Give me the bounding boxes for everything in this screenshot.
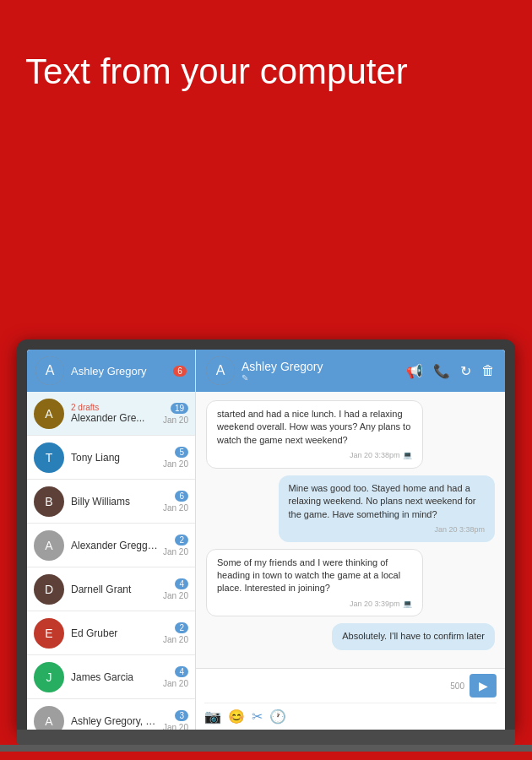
message-text-1: Mine was good too. Stayed home and had a… xyxy=(289,483,476,519)
contact-date-ed-gruber: Jan 20 xyxy=(163,635,188,644)
contacts-list[interactable]: A 2 drafts Alexander Gre... 19 Jan 20 T … xyxy=(27,392,195,730)
message-bubble-1: Mine was good too. Stayed home and had a… xyxy=(279,475,496,542)
message-text-0: started and had a nice lunch. I had a re… xyxy=(217,409,410,445)
contact-name-alexander-gre: Alexander Gre... xyxy=(71,412,160,424)
contact-info-billy-williams: Billy Williams xyxy=(71,496,160,508)
drafts-label: 2 drafts xyxy=(71,403,160,412)
contact-avatar-alexander-gruber: A xyxy=(34,530,64,561)
chat-header-avatar: A xyxy=(206,356,235,385)
contact-info-ashley-tony: Ashley Gregory, Tony Liang xyxy=(71,715,160,727)
contact-name-tony-liang: Tony Liang xyxy=(71,452,160,464)
chat-header-info: Ashley Gregory ✎ xyxy=(242,360,399,383)
contact-info-alexander-gruber: Alexander Gregg, Ed Gruber xyxy=(71,540,160,551)
contact-date-james-garcia: Jan 20 xyxy=(163,679,188,688)
contact-meta-james-garcia: 4 Jan 20 xyxy=(163,666,188,688)
message-text-3: Absolutely. I'll have to confirm later xyxy=(342,631,485,641)
megaphone-icon[interactable]: 📢 xyxy=(406,363,423,379)
contact-date-tony-liang: Jan 20 xyxy=(163,459,188,469)
chat-header-actions: 📢 📞 ↻ 🗑 xyxy=(406,363,495,379)
contact-info-darnell-grant: Darnell Grant xyxy=(71,584,160,595)
char-counter: 500 xyxy=(450,681,464,691)
contact-item-ed-gruber[interactable]: E Ed Gruber 2 Jan 20 xyxy=(27,611,195,655)
message-input[interactable] xyxy=(204,677,445,694)
contact-avatar-darnell-grant: D xyxy=(34,574,64,605)
chat-header: A Ashley Gregory ✎ 📢 📞 ↻ 🗑 xyxy=(196,350,505,392)
chat-area: A Ashley Gregory ✎ 📢 📞 ↻ 🗑 xyxy=(196,350,505,730)
contact-name-james-garcia: James Garcia xyxy=(71,671,160,683)
laptop-foot xyxy=(0,745,532,752)
contact-meta-darnell-grant: 4 Jan 20 xyxy=(163,578,188,600)
contact-name-ashley-tony: Ashley Gregory, Tony Liang xyxy=(71,715,160,727)
contact-info-ed-gruber: Ed Gruber xyxy=(71,627,160,639)
contact-date-ashley-tony: Jan 20 xyxy=(163,723,188,730)
message-bubble-3: Absolutely. I'll have to confirm later xyxy=(332,623,495,649)
contact-item-tony-liang[interactable]: T Tony Liang 5 Jan 20 xyxy=(27,436,195,480)
laptop-bezel: A Ashley Gregory 6 A 2 drafts Alexander … xyxy=(17,339,515,730)
contact-item-ashley-tony[interactable]: A Ashley Gregory, Tony Liang 3 Jan 20 xyxy=(27,699,195,730)
contact-meta-billy-williams: 6 Jan 20 xyxy=(163,491,188,513)
sidebar-header-name: Ashley Gregory xyxy=(71,365,166,377)
sidebar-header-avatar: A xyxy=(35,356,64,385)
contact-badge-tony-liang: 5 xyxy=(175,447,188,458)
contact-info-alexander-gre: 2 drafts Alexander Gre... xyxy=(71,403,160,424)
app-container: A Ashley Gregory 6 A 2 drafts Alexander … xyxy=(27,350,505,730)
contact-item-alexander-gruber[interactable]: A Alexander Gregg, Ed Gruber 2 Jan 20 xyxy=(27,524,195,567)
contact-item-billy-williams[interactable]: B Billy Williams 6 Jan 20 xyxy=(27,480,195,524)
contact-info-james-garcia: James Garcia xyxy=(71,671,160,683)
contact-date-darnell-grant: Jan 20 xyxy=(163,591,188,600)
sidebar-avatar-face: A xyxy=(35,356,64,385)
camera-icon[interactable]: 📷 xyxy=(204,708,221,725)
clock-icon[interactable]: 🕐 xyxy=(269,708,286,725)
sidebar: A Ashley Gregory 6 A 2 drafts Alexander … xyxy=(27,350,196,730)
contact-date-billy-williams: Jan 20 xyxy=(163,503,188,513)
message-bubble-2: Some of my friends and I were thinking o… xyxy=(206,549,423,617)
contact-item-james-garcia[interactable]: J James Garcia 4 Jan 20 xyxy=(27,655,195,699)
contact-date-alexander-gre: Jan 20 xyxy=(163,415,188,425)
contact-name-ed-gruber: Ed Gruber xyxy=(71,627,160,639)
contact-avatar-tony-liang: T xyxy=(34,442,64,473)
chat-header-sub: ✎ xyxy=(242,373,399,383)
send-button[interactable]: ▶ xyxy=(470,674,497,698)
contact-badge-ed-gruber: 2 xyxy=(175,622,188,633)
message-bubble-0: started and had a nice lunch. I had a re… xyxy=(206,400,423,469)
chat-input-area: 500 ▶ 📷 😊 ✂ 🕐 xyxy=(196,668,505,730)
laptop-screen: A Ashley Gregory 6 A 2 drafts Alexander … xyxy=(27,350,505,730)
chat-messages: started and had a nice lunch. I had a re… xyxy=(196,392,505,668)
chat-avatar-face: A xyxy=(206,356,235,385)
sidebar-header: A Ashley Gregory 6 xyxy=(27,350,195,392)
contact-badge-ashley-tony: 3 xyxy=(175,710,188,721)
emoji-icon[interactable]: 😊 xyxy=(228,708,245,725)
contact-avatar-billy-williams: B xyxy=(34,486,64,517)
contact-badge-darnell-grant: 4 xyxy=(175,578,188,589)
contact-meta-ashley-tony: 3 Jan 20 xyxy=(163,710,188,730)
contact-meta-tony-liang: 5 Jan 20 xyxy=(163,447,188,469)
contact-avatar-alexander-gre: A xyxy=(34,399,64,429)
contact-avatar-ashley-tony: A xyxy=(34,706,64,730)
contact-avatar-ed-gruber: E xyxy=(34,618,64,649)
sidebar-header-badge: 6 xyxy=(173,366,187,377)
contact-item-alexander-gre[interactable]: A 2 drafts Alexander Gre... 19 Jan 20 xyxy=(27,392,195,436)
message-text-2: Some of my friends and I were thinking o… xyxy=(217,557,400,594)
contact-meta-alexander-gre: 19 Jan 20 xyxy=(163,403,188,425)
contact-name-darnell-grant: Darnell Grant xyxy=(71,584,160,595)
chat-header-name: Ashley Gregory xyxy=(242,360,399,373)
contact-badge-billy-williams: 6 xyxy=(175,491,188,502)
contact-meta-alexander-gruber: 2 Jan 20 xyxy=(163,535,188,556)
contact-avatar-james-garcia: J xyxy=(34,662,64,692)
contact-name-alexander-gruber: Alexander Gregg, Ed Gruber xyxy=(71,540,160,551)
trash-icon[interactable]: 🗑 xyxy=(481,363,495,378)
phone-icon[interactable]: 📞 xyxy=(433,363,450,379)
contact-badge-alexander-gruber: 2 xyxy=(175,535,188,546)
hero-title: Text from your computer xyxy=(25,51,507,93)
refresh-icon[interactable]: ↻ xyxy=(460,363,471,379)
message-time-1: Jan 20 3:38pm xyxy=(289,524,486,535)
chat-input-row: 500 ▶ xyxy=(204,674,497,698)
laptop-base xyxy=(17,730,515,745)
message-time-0: Jan 20 3:38pm 💻 xyxy=(217,450,412,461)
chat-toolbar: 📷 😊 ✂ 🕐 xyxy=(204,703,497,725)
contact-item-darnell-grant[interactable]: D Darnell Grant 4 Jan 20 xyxy=(27,567,195,611)
contact-badge-alexander-gre: 19 xyxy=(171,403,188,414)
scissors-icon[interactable]: ✂ xyxy=(252,708,263,725)
message-time-2: Jan 20 3:39pm 💻 xyxy=(217,599,412,610)
contact-meta-ed-gruber: 2 Jan 20 xyxy=(163,622,188,644)
